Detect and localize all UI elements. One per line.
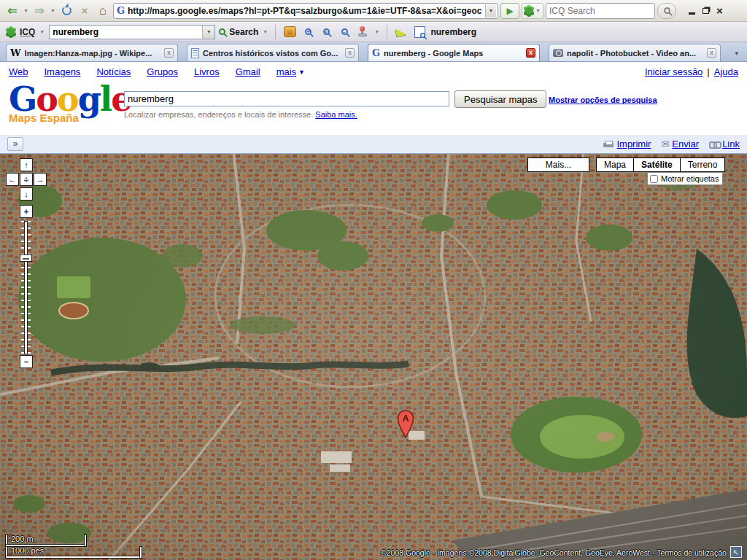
nav-link-grupos[interactable]: Grupos xyxy=(147,66,178,77)
zoom-out-map-button[interactable]: − xyxy=(20,355,33,368)
toolbar-separator xyxy=(275,25,276,39)
highlight-button[interactable] xyxy=(394,25,409,39)
url-input[interactable] xyxy=(128,6,485,16)
pan-down-button[interactable]: ↓ xyxy=(20,187,33,201)
find-page-icon xyxy=(414,26,425,38)
map-scale: 200 m 1000 pés xyxy=(6,535,146,558)
tab-title: nuremberg - Google Maps xyxy=(384,49,522,58)
forward-dropdown[interactable]: ▾ xyxy=(50,7,56,14)
map-marker-a[interactable]: A xyxy=(396,410,415,439)
show-labels-checkbox[interactable] xyxy=(650,175,658,183)
tab-google-maps-active[interactable]: G nuremberg - Google Maps x xyxy=(368,44,540,61)
icq-search-button[interactable]: Search xyxy=(229,27,258,37)
icq-search-box[interactable] xyxy=(546,3,655,19)
icq-brand-label[interactable]: ICQ xyxy=(20,27,35,37)
zoom-in-button[interactable]: + xyxy=(301,25,315,39)
nav-link-mais[interactable]: mais▼ xyxy=(276,66,305,77)
combo-dropdown[interactable]: ▾ xyxy=(202,26,214,39)
zoom-slider[interactable] xyxy=(24,221,28,354)
close-button[interactable]: × xyxy=(716,7,723,15)
tab-photobucket[interactable]: napolit - Photobucket - Video an... x xyxy=(549,44,721,61)
nav-link-gmail[interactable]: Gmail xyxy=(236,66,260,77)
tab-bar: W Imagen:Hanza-map.jpg - Wikipe... x Cen… xyxy=(0,42,747,62)
stamp-dropdown[interactable]: ▾ xyxy=(374,28,380,35)
emoticons-button[interactable]: ☺ xyxy=(282,25,297,39)
svg-text:A: A xyxy=(403,413,409,424)
forward-button[interactable]: ⇒ xyxy=(31,3,47,19)
minimize-button[interactable] xyxy=(689,12,695,15)
tab-close-icon[interactable]: x xyxy=(526,48,535,58)
map-type-satellite-button[interactable]: Satélite xyxy=(633,158,681,172)
find-on-page-button[interactable] xyxy=(412,25,427,39)
saiba-mais-link[interactable]: Saiba mais. xyxy=(315,110,357,119)
refresh-icon xyxy=(62,6,71,15)
zoom-slider-handle[interactable] xyxy=(20,254,32,262)
pan-up-button[interactable]: ↑ xyxy=(20,158,33,171)
tab-centros-historicos[interactable]: Centros históricos vistos com Go... x xyxy=(187,44,359,61)
more-button[interactable]: Mais... xyxy=(527,158,589,172)
tab-close-icon[interactable]: x xyxy=(345,48,355,58)
back-button[interactable]: ⇐ xyxy=(4,3,20,19)
forward-arrow-icon: ⇒ xyxy=(34,4,44,18)
search-hint: Localizar empresas, endereços e locais d… xyxy=(124,110,357,119)
back-arrow-icon: ⇐ xyxy=(7,4,17,18)
map-type-map-button[interactable]: Mapa xyxy=(596,158,634,172)
pan-left-button[interactable]: ← xyxy=(6,173,19,186)
restore-button[interactable] xyxy=(703,8,709,14)
chevron-down-icon: ▼ xyxy=(298,69,305,76)
icq-toolbar-search-combo[interactable]: ▾ xyxy=(49,25,215,39)
help-link[interactable]: Ajuda xyxy=(714,66,738,77)
google-favicon-icon: G xyxy=(372,47,380,58)
icq-menu-button[interactable]: ▾ xyxy=(522,3,543,19)
joystick-icon xyxy=(357,27,368,37)
nav-link-noticias[interactable]: Notícias xyxy=(96,66,131,77)
browser-toolbar: ⇐ ▾ ⇒ ▾ × ⌂ G ▾ ▶ ▾ × xyxy=(0,0,747,22)
icq-menu-dropdown: ▾ xyxy=(535,7,541,14)
icq-brand-dropdown[interactable]: ▾ xyxy=(39,28,45,35)
tab-wikipedia[interactable]: W Imagen:Hanza-map.jpg - Wikipe... x xyxy=(6,44,178,61)
icq-search-input[interactable] xyxy=(549,6,651,16)
envelope-icon: ✉ xyxy=(661,139,669,149)
stamp-button[interactable] xyxy=(355,25,370,39)
print-link[interactable]: Imprimir xyxy=(603,139,651,149)
icq-search-go-button[interactable] xyxy=(657,3,676,19)
sidebar-expand-button[interactable]: » xyxy=(7,137,23,151)
search-options-link[interactable]: Mostrar opções de pesquisa xyxy=(549,96,657,104)
maps-search-input[interactable] xyxy=(124,91,449,106)
find-term-label: nuremberg xyxy=(430,27,476,37)
nav-link-livros[interactable]: Livros xyxy=(194,66,220,77)
tab-close-icon[interactable]: x xyxy=(164,48,174,58)
zoom-in-map-button[interactable]: + xyxy=(20,205,33,218)
show-labels-option[interactable]: Motrar etiquetas xyxy=(647,172,723,185)
pan-center-button[interactable]: ↔↕ xyxy=(20,173,33,186)
tab-list-dropdown[interactable]: ▾ xyxy=(732,50,741,57)
search-dropdown[interactable]: ▾ xyxy=(262,28,268,35)
satellite-map-image[interactable] xyxy=(0,154,747,560)
refresh-button[interactable] xyxy=(58,3,74,19)
zoom-out-button[interactable]: - xyxy=(337,25,352,39)
pan-right-button[interactable]: → xyxy=(34,173,47,186)
tab-close-icon[interactable]: x xyxy=(707,48,716,58)
stop-icon: × xyxy=(82,4,88,17)
url-history-dropdown[interactable]: ▾ xyxy=(485,4,496,18)
google-maps-page: Web Imagens Notícias Grupos Livros Gmail… xyxy=(0,62,747,560)
nav-link-imagens[interactable]: Imagens xyxy=(44,66,81,77)
zoom-reset-button[interactable]: • xyxy=(319,25,333,39)
send-link[interactable]: ✉Enviar xyxy=(661,139,699,149)
collapse-corner-button[interactable]: ↖ xyxy=(730,546,742,558)
address-bar[interactable]: G ▾ xyxy=(113,3,498,19)
go-button[interactable]: ▶ xyxy=(500,3,519,19)
signin-link[interactable]: Iniciar sessão xyxy=(645,66,703,77)
link-link[interactable]: Link xyxy=(709,139,740,149)
icq-toolbar-search-input[interactable] xyxy=(50,26,202,39)
terms-link[interactable]: Termos de utilização xyxy=(657,548,727,557)
tab-title: Centros históricos vistos com Go... xyxy=(203,49,341,58)
highlighter-icon xyxy=(395,27,407,37)
nav-link-web[interactable]: Web xyxy=(9,66,28,77)
back-dropdown[interactable]: ▾ xyxy=(23,7,29,14)
map-type-terrain-button[interactable]: Terreno xyxy=(680,158,726,172)
search-maps-button[interactable]: Pesquisar mapas xyxy=(454,90,546,108)
map-canvas[interactable]: ↑ ← ↔↕ → ↓ + − Mais... Mapa Satélite Ter… xyxy=(0,154,747,560)
stop-button[interactable]: × xyxy=(77,3,93,19)
home-button[interactable]: ⌂ xyxy=(95,3,111,19)
